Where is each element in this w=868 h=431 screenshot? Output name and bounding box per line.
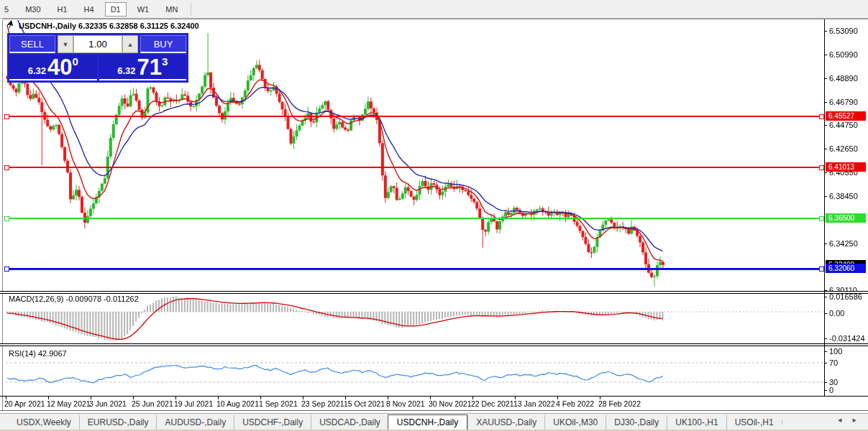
macd-axis-label: 0.00 — [829, 309, 844, 318]
level-line-anchor[interactable] — [819, 267, 824, 272]
chart-bottom-border — [0, 396, 868, 397]
horizontal-level-line-6.36500[interactable] — [6, 218, 824, 219]
chart-tab-bar: USDX,WeeklyEURUSD-,DailyAUDUSD-,DailyUSD… — [0, 413, 868, 430]
price-axis-label: 6.48890 — [829, 74, 858, 83]
volume-input[interactable]: 1.00 — [73, 35, 122, 53]
price-axis-label: 6.50990 — [829, 50, 858, 59]
level-price-badge: 6.32060 — [826, 264, 866, 273]
chart-title: USDCNH-,Daily 6.32335 6.32858 6.31125 6.… — [19, 22, 199, 30]
macd-indicator-label: MACD(12,26,9) -0.009078 -0.011262 — [9, 295, 139, 303]
chart-tab-usdcad-daily[interactable]: USDCAD-,Daily — [311, 415, 388, 430]
level-line-anchor[interactable] — [4, 216, 9, 221]
mt4-window: 5M30H1H4D1W1MN USDCNH-,Daily 6.32335 6.3… — [0, 0, 868, 431]
timeframe-button-d1[interactable]: D1 — [105, 2, 127, 17]
date-axis-label: 22 Dec 2021 — [471, 399, 514, 408]
buy-price-button[interactable]: 6.32 71 3 — [99, 55, 187, 80]
chart-tab-uk100-h1[interactable]: UK100-,H1 — [667, 415, 726, 430]
date-axis-label: 19 Jul 2021 — [174, 399, 213, 408]
timeframe-button-h1[interactable]: H1 — [52, 2, 73, 17]
buy-price-pip: 3 — [162, 55, 168, 68]
timeframe-toolbar: 5M30H1H4D1W1MN — [0, 0, 868, 19]
volume-increase-button[interactable]: ▲ — [122, 35, 138, 53]
macd-axis-label: -0.031424 — [829, 334, 865, 343]
level-price-badge: 6.45527 — [826, 111, 866, 121]
date-axis-label: 8 Nov 2021 — [386, 399, 425, 408]
price-axis-line — [824, 19, 825, 396]
date-axis-label: 13 Jan 2022 — [513, 399, 555, 408]
volume-decrease-button[interactable]: ▼ — [58, 35, 73, 53]
date-axis-label: 15 Oct 2021 — [344, 399, 385, 408]
chart-tab-usoil-h1[interactable]: USOil-,H1 — [726, 415, 782, 430]
level-line-anchor[interactable] — [819, 114, 824, 119]
chart-tab-xauusd-daily[interactable]: XAUUSD-,Daily — [467, 415, 544, 430]
level-price-badge: 6.36500 — [826, 213, 866, 223]
sell-price-prefix: 6.32 — [28, 65, 46, 76]
cursor-arrow-icon — [6, 20, 17, 30]
date-axis-label: 28 Feb 2022 — [598, 399, 641, 408]
date-axis-label: 10 Aug 2021 — [216, 399, 259, 408]
buy-button[interactable]: BUY — [140, 35, 186, 53]
level-line-anchor[interactable] — [819, 165, 824, 170]
chart-tab-audusd-daily[interactable]: AUDUSD-,Daily — [156, 415, 234, 430]
window-left-border — [2, 19, 3, 410]
buy-price-prefix: 6.32 — [117, 65, 135, 76]
date-axis-label: 20 Apr 2021 — [4, 399, 45, 408]
date-axis-label: 12 May 2021 — [47, 399, 91, 408]
horizontal-level-line-6.45527[interactable] — [6, 116, 824, 117]
timeframe-button-5[interactable]: 5 — [0, 2, 14, 17]
chart-tab-dj30-daily[interactable]: DJ30-,Daily — [606, 415, 667, 430]
chart-tab-ukoil-m30[interactable]: UKOil-,M30 — [544, 415, 606, 430]
tab-scroll-arrows[interactable]: ◂ ▸ — [838, 415, 861, 425]
chart-tab-usdcnh-daily[interactable]: USDCNH-,Daily — [388, 414, 467, 430]
tab-separator-end — [782, 420, 798, 425]
rsi-axis-label: 0 — [829, 386, 833, 394]
date-axis-label: 23 Sep 2021 — [301, 399, 344, 408]
sell-price-button[interactable]: 6.32 40 0 — [9, 55, 97, 80]
price-axis-label: 6.34250 — [829, 239, 858, 248]
buy-price-main: 71 — [137, 57, 161, 78]
rsi-indicator-label: RSI(14) 42.9067 — [9, 349, 67, 358]
sell-price-main: 40 — [47, 57, 72, 78]
chart-tab-usdx-weekly[interactable]: USDX,Weekly — [9, 415, 79, 430]
level-line-anchor[interactable] — [4, 165, 9, 170]
timeframe-button-h4[interactable]: H4 — [78, 2, 100, 17]
price-axis-label: 6.46790 — [829, 98, 858, 106]
rsi-axis-label: 100 — [829, 347, 842, 356]
date-axis-label: 25 Jun 2021 — [132, 399, 173, 408]
price-axis-label: 6.38450 — [829, 192, 858, 200]
chart-tab-usdchf-daily[interactable]: USDCHF-,Daily — [234, 415, 311, 430]
horizontal-level-line-6.32060[interactable] — [6, 268, 824, 270]
window-bottom-border — [0, 410, 868, 411]
level-line-anchor[interactable] — [819, 216, 824, 221]
toolbar-separator — [191, 3, 191, 16]
timeframe-button-mn[interactable]: MN — [160, 2, 183, 17]
date-axis-label: 4 Feb 2022 — [556, 399, 594, 408]
level-line-anchor[interactable] — [4, 114, 9, 119]
sell-button[interactable]: SELL — [9, 35, 55, 53]
one-click-trading-panel: SELL ▼ 1.00 ▲ BUY 6.32 40 0 6.32 71 3 — [7, 33, 188, 83]
horizontal-level-line-6.41013[interactable] — [6, 167, 824, 168]
price-axis-label: 6.44750 — [829, 121, 858, 129]
timeframe-button-m30[interactable]: M30 — [19, 2, 46, 17]
pane-separator-line — [0, 293, 868, 294]
timeframe-button-w1[interactable]: W1 — [132, 2, 155, 17]
price-axis-label: 6.53090 — [829, 27, 858, 35]
sell-price-pip: 0 — [72, 55, 78, 68]
date-axis-label: 30 Nov 2021 — [429, 399, 472, 408]
date-axis-label: 3 Jun 2021 — [89, 399, 127, 408]
price-axis-label: 6.42650 — [829, 144, 858, 153]
level-line-anchor[interactable] — [4, 267, 9, 272]
level-price-badge: 6.41013 — [826, 162, 866, 172]
rsi-axis-label: 70 — [829, 358, 838, 367]
date-axis-label: 1 Sep 2021 — [259, 399, 298, 408]
pane-separator-line — [0, 346, 868, 346]
chart-tab-eurusd-daily[interactable]: EURUSD-,Daily — [79, 415, 157, 430]
